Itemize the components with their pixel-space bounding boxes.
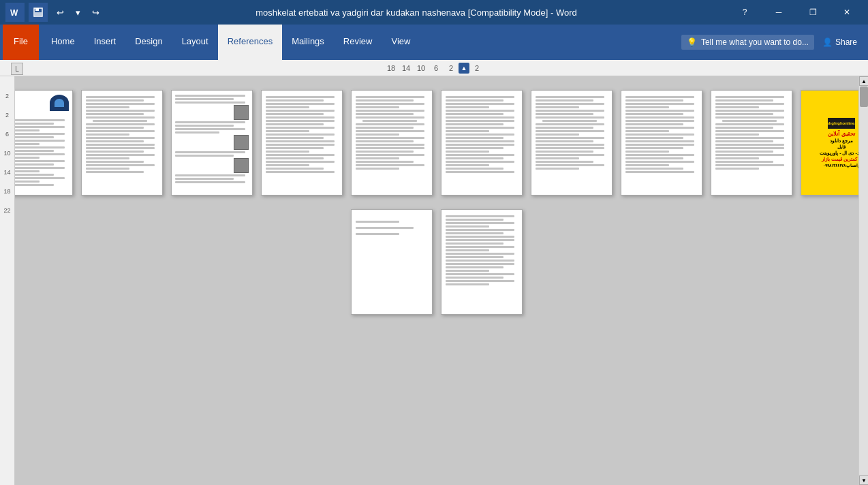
ad-line3: ورد- دی ال - پاورپوینت: [820, 151, 858, 156]
ruler-num-14: 14: [399, 64, 414, 72]
close-button[interactable]: ✕: [831, 0, 863, 25]
share-label: Share: [835, 37, 857, 47]
tab-review[interactable]: Review: [334, 25, 382, 60]
ruler-num-10: 10: [414, 64, 429, 72]
ruler-cursor: ▲: [459, 63, 469, 74]
svg-text:W: W: [10, 8, 18, 18]
svg-rect-4: [35, 12, 42, 16]
minimize-button[interactable]: ─: [763, 0, 794, 25]
tab-design[interactable]: Design: [125, 25, 172, 60]
page-8[interactable]: [621, 90, 702, 195]
page3-photo2: [234, 135, 249, 150]
page10-ad: Tahghighonline.ir تحقیق آنلاین مرجع دانل…: [801, 91, 858, 195]
window-controls: ? ─ ❐ ✕: [729, 0, 863, 25]
page-7[interactable]: [531, 90, 613, 195]
scroll-track: [859, 86, 868, 475]
ribbon: File Home Insert Design Layout Reference…: [0, 25, 868, 60]
save-icon[interactable]: [29, 3, 48, 22]
undo-dropdown[interactable]: ▾: [69, 4, 86, 20]
page11-content: [352, 210, 432, 243]
ruler-indicator[interactable]: L: [11, 63, 23, 75]
page1-content: [15, 114, 72, 191]
lightbulb-icon: 💡: [687, 37, 697, 47]
vertical-ruler-numbers: 2 2 6 10 14 18 22: [3, 93, 10, 214]
search-text: Tell me what you want to do...: [701, 37, 809, 47]
v-ruler-18: 18: [3, 188, 10, 195]
ad-line1: مرجع دانلود: [830, 138, 853, 144]
page-row-2: 📋 (Ctrl) ▾: [351, 209, 523, 315]
v-ruler-14: 14: [3, 169, 10, 176]
horizontal-ruler: L 18 14 10 6 2 ▲ 2: [0, 60, 868, 76]
page-11[interactable]: [351, 209, 433, 315]
share-icon: 👤: [822, 37, 833, 47]
page7-content: [531, 91, 612, 175]
ruler-numbers: 18 14 10 6 2 ▲ 2: [384, 63, 484, 74]
ad-logo: Tahghighonline.ir: [828, 118, 855, 129]
page-9[interactable]: [711, 90, 792, 195]
page-3[interactable]: [171, 90, 253, 195]
share-button[interactable]: 👤 Share: [814, 35, 865, 50]
v-ruler-2b: 2: [5, 112, 9, 119]
ad-line4: با کمترین قیمت بازار: [822, 157, 858, 162]
tab-view[interactable]: View: [382, 25, 420, 60]
title-bar-left: W ↩ ▾ ↪: [5, 3, 104, 22]
ruler-num-2: 2: [444, 64, 459, 72]
tab-home[interactable]: Home: [42, 25, 84, 60]
tab-layout[interactable]: Layout: [172, 25, 218, 60]
ruler-num-2b: 2: [469, 64, 484, 72]
page4-content: [262, 91, 342, 178]
v-ruler-22: 22: [3, 207, 10, 214]
page3-photo1: [234, 105, 249, 120]
page-12[interactable]: 📋 (Ctrl) ▾: [441, 209, 523, 315]
page-2[interactable]: [81, 90, 163, 195]
ruler-num-18: 18: [384, 64, 399, 72]
ruler-corner: L: [11, 63, 23, 75]
ruler-num-6: 6: [429, 64, 444, 72]
vertical-ruler: 2 2 6 10 14 18 22: [0, 76, 15, 485]
page5-content: [352, 91, 432, 175]
window-title: moshkelat ertebati va yadgiri dar kudaka…: [104, 7, 729, 18]
page-5[interactable]: [351, 90, 433, 195]
help-icon[interactable]: ?: [729, 0, 760, 25]
scroll-up-button[interactable]: ▲: [859, 76, 868, 86]
page3-photo3: [234, 158, 249, 173]
tab-references[interactable]: References: [218, 25, 282, 60]
tab-insert[interactable]: Insert: [84, 25, 126, 60]
page9-content: [711, 91, 792, 175]
scroll-thumb[interactable]: [860, 87, 868, 107]
v-ruler-10: 10: [3, 150, 10, 157]
svg-rect-3: [35, 8, 39, 11]
tab-mailings[interactable]: Mailings: [282, 25, 334, 60]
v-ruler-6: 6: [5, 131, 9, 138]
restore-button[interactable]: ❐: [797, 0, 828, 25]
page-row-1: Tahghighonline.ir تحقیق آنلاین مرجع دانل…: [15, 90, 858, 195]
page8-content: [621, 91, 702, 178]
tab-file[interactable]: File: [3, 25, 39, 60]
scroll-down-button[interactable]: ▼: [859, 475, 868, 485]
vertical-scrollbar: ▲ ▼: [858, 76, 868, 485]
document-area: Tahghighonline.ir تحقیق آنلاین مرجع دانل…: [15, 76, 858, 485]
undo-redo-group: ↩ ▾ ↪: [52, 4, 104, 20]
undo-button[interactable]: ↩: [52, 4, 68, 20]
v-ruler-2a: 2: [5, 93, 9, 99]
main-area: 2 2 6 10 14 18 22: [0, 76, 868, 485]
page1-logo: [50, 95, 69, 111]
page2-content: [82, 91, 162, 178]
ctrl-popup[interactable]: 📋 (Ctrl) ▾: [490, 314, 523, 315]
redo-button[interactable]: ↪: [87, 4, 104, 20]
ad-title: تحقیق آنلاین: [828, 131, 854, 137]
page-10[interactable]: Tahghighonline.ir تحقیق آنلاین مرجع دانل…: [801, 90, 858, 195]
page-6[interactable]: [441, 90, 523, 195]
page12-content: [441, 210, 522, 291]
title-bar: W ↩ ▾ ↪ moshkelat ertebati va yadgiri da…: [0, 0, 868, 25]
search-box[interactable]: 💡 Tell me what you want to do...: [681, 35, 814, 50]
page-4[interactable]: [261, 90, 343, 195]
ad-phone: ۰۹۹۸۱۳۶۶۶۲۸ واتساپ: [823, 163, 858, 168]
ad-line2: فایل: [837, 144, 846, 150]
page6-content: [441, 91, 522, 178]
page-1[interactable]: [15, 90, 73, 195]
word-app-icon: W: [5, 3, 25, 22]
